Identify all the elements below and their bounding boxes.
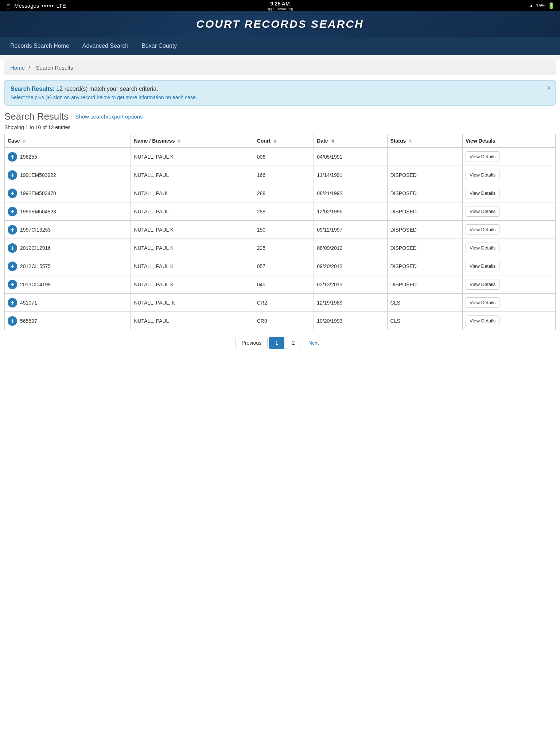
- nav-item-advanced-search[interactable]: Advanced Search: [76, 37, 135, 55]
- next-button[interactable]: Next: [303, 337, 325, 349]
- cell-status-3: DISPOSED: [387, 202, 463, 221]
- expand-row-6-button[interactable]: +: [8, 262, 17, 271]
- show-options-link[interactable]: Show search/export options: [75, 113, 143, 120]
- results-table: Case ⇅ Name / Business ⇅ Court ⇅ Date: [4, 134, 556, 330]
- view-details-1-button[interactable]: View Details: [466, 170, 499, 180]
- cell-name-2: NUTALL, PAUL: [131, 184, 254, 202]
- table-row: + 2012CI12916 NUTALL, PAUL K 225 08/09/2…: [5, 239, 556, 257]
- expand-row-2-button[interactable]: +: [8, 189, 17, 198]
- cell-date-1: 11/14/1991: [314, 166, 387, 184]
- cell-view-7: View Details: [463, 275, 556, 294]
- cell-court-4: 150: [254, 221, 314, 239]
- col-header-court[interactable]: Court ⇅: [254, 134, 314, 148]
- case-number-4: 1997CI13253: [20, 227, 51, 233]
- carrier-name: Messages: [14, 3, 39, 9]
- page-2-button[interactable]: 2: [286, 337, 301, 349]
- cell-court-8: CR2: [254, 294, 314, 312]
- banner: Court Records Search: [0, 11, 560, 37]
- cell-view-6: View Details: [463, 257, 556, 275]
- alert-body: Select the plus (+) sign on any record b…: [11, 94, 542, 100]
- cell-case-1: + 1991EM503922: [5, 166, 131, 184]
- table-row: + 1992EM503470 NUTALL, PAUL 288 08/21/19…: [5, 184, 556, 202]
- alert-close-button[interactable]: ×: [547, 84, 551, 92]
- alert-title-bold: Search Results:: [11, 86, 55, 92]
- expand-row-0-button[interactable]: +: [8, 152, 17, 162]
- cell-case-0: + 196255: [5, 148, 131, 166]
- cell-status-0: [387, 148, 463, 166]
- page-1-button[interactable]: 1: [269, 337, 284, 349]
- view-details-3-button[interactable]: View Details: [466, 206, 499, 217]
- nav-item-records-search-home[interactable]: Records Search Home: [4, 37, 76, 55]
- cell-date-5: 08/09/2012: [314, 239, 387, 257]
- cell-case-6: + 2012CI15575: [5, 257, 131, 275]
- breadcrumb-home-link[interactable]: Home: [10, 65, 25, 71]
- expand-row-4-button[interactable]: +: [8, 225, 17, 235]
- sort-icon-date: ⇅: [331, 139, 334, 143]
- case-number-2: 1992EM503470: [20, 190, 56, 196]
- case-number-8: 451071: [20, 300, 37, 306]
- cell-date-6: 09/20/2012: [314, 257, 387, 275]
- view-details-0-button[interactable]: View Details: [466, 151, 499, 162]
- expand-row-7-button[interactable]: +: [8, 280, 17, 289]
- case-number-0: 196255: [20, 154, 37, 160]
- cell-name-3: NUTALL, PAUL: [131, 202, 254, 221]
- cell-date-9: 10/20/1993: [314, 312, 387, 330]
- cell-date-0: 04/05/1991: [314, 148, 387, 166]
- cell-case-5: + 2012CI12916: [5, 239, 131, 257]
- table-row: + 196255 NUTALL, PAUL K 006 04/05/1991 V…: [5, 148, 556, 166]
- carrier-icon: 📱: [5, 3, 12, 9]
- alert-box: Search Results: 12 record(s) match your …: [4, 80, 556, 106]
- cell-court-0: 006: [254, 148, 314, 166]
- pagination: Previous 1 2 Next: [4, 330, 556, 358]
- previous-button[interactable]: Previous: [236, 337, 268, 349]
- cell-date-4: 09/12/1997: [314, 221, 387, 239]
- breadcrumb: Home / Search Results: [4, 60, 556, 75]
- status-bar-left: 📱 Messages ●●●●● LTE: [5, 3, 66, 9]
- cell-case-2: + 1992EM503470: [5, 184, 131, 202]
- cell-case-7: + 2013CI04199: [5, 275, 131, 294]
- col-header-name[interactable]: Name / Business ⇅: [131, 134, 254, 148]
- alert-message: Search Results: 12 record(s) match your …: [11, 86, 542, 92]
- cell-name-5: NUTALL, PAUL K: [131, 239, 254, 257]
- cell-status-1: DISPOSED: [387, 166, 463, 184]
- cell-status-4: DISPOSED: [387, 221, 463, 239]
- view-details-7-button[interactable]: View Details: [466, 279, 499, 290]
- expand-row-8-button[interactable]: +: [8, 298, 17, 307]
- table-row: + 2012CI15575 NUTALL, PAUL K 057 09/20/2…: [5, 257, 556, 275]
- battery-level: 15%: [536, 3, 545, 8]
- col-header-case[interactable]: Case ⇅: [5, 134, 131, 148]
- cell-case-9: + 565597: [5, 312, 131, 330]
- view-details-6-button[interactable]: View Details: [466, 261, 499, 271]
- col-header-date[interactable]: Date ⇅: [314, 134, 387, 148]
- cell-view-2: View Details: [463, 184, 556, 202]
- cell-name-7: NUTALL, PAUL K: [131, 275, 254, 294]
- view-details-2-button[interactable]: View Details: [466, 188, 499, 198]
- expand-row-5-button[interactable]: +: [8, 243, 17, 253]
- location-icon: ▲: [529, 3, 534, 8]
- cell-court-2: 288: [254, 184, 314, 202]
- table-header-row: Case ⇅ Name / Business ⇅ Court ⇅ Date: [5, 134, 556, 148]
- view-details-9-button[interactable]: View Details: [466, 316, 499, 326]
- breadcrumb-current: Search Results: [36, 65, 73, 71]
- sort-icon-status: ⇅: [409, 139, 412, 143]
- table-row: + 451071 NUTALL, PAUL, K CR2 12/19/1989 …: [5, 294, 556, 312]
- col-header-view-details: View Details: [463, 134, 556, 148]
- col-header-status[interactable]: Status ⇅: [387, 134, 463, 148]
- cell-view-0: View Details: [463, 148, 556, 166]
- case-number-9: 565597: [20, 318, 37, 324]
- view-details-5-button[interactable]: View Details: [466, 243, 499, 253]
- cell-court-1: 166: [254, 166, 314, 184]
- nav-item-bexar-county[interactable]: Bexar County: [135, 37, 183, 55]
- cell-name-9: NUTALL, PAUL: [131, 312, 254, 330]
- cell-court-3: 288: [254, 202, 314, 221]
- expand-row-1-button[interactable]: +: [8, 170, 17, 180]
- expand-row-9-button[interactable]: +: [8, 316, 17, 326]
- view-details-4-button[interactable]: View Details: [466, 224, 499, 235]
- expand-row-3-button[interactable]: +: [8, 207, 17, 216]
- case-number-5: 2012CI12916: [20, 245, 51, 251]
- view-details-8-button[interactable]: View Details: [466, 297, 499, 308]
- results-section: Search Results Show search/export option…: [0, 111, 560, 358]
- cell-view-9: View Details: [463, 312, 556, 330]
- cell-case-4: + 1997CI13253: [5, 221, 131, 239]
- cell-name-4: NUTALL, PAUL K: [131, 221, 254, 239]
